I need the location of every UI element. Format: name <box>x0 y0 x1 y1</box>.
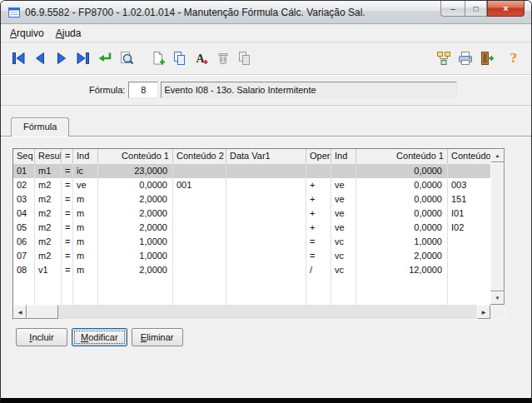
cell: 02 <box>13 178 35 192</box>
table-row[interactable]: 03m2=m2,0000+ve0,0000151 <box>13 192 490 206</box>
cell: 0,0000 <box>356 192 448 206</box>
exit-button[interactable] <box>476 47 498 69</box>
cell: 1,0000 <box>98 235 173 249</box>
paste-button[interactable] <box>234 47 256 69</box>
cell: = <box>62 221 73 235</box>
titlebar[interactable]: 06.9.5582 - FP8700 - 1.02.01.014 - Manut… <box>1 1 531 24</box>
table-row[interactable]: 08v1=m2,0000/vc12,0000 <box>13 263 490 277</box>
menu-arquivo[interactable]: Arquivo <box>4 26 50 41</box>
table-row[interactable]: 02m2=ve0,0000001+ve0,0000003 <box>13 178 490 192</box>
cell: = <box>306 249 331 263</box>
vscroll-down-button[interactable]: ▼ <box>490 291 505 305</box>
copy-record-button[interactable] <box>169 47 191 69</box>
app-icon <box>7 6 21 19</box>
modificar-button[interactable]: Modificar <box>72 328 127 346</box>
cell: m <box>73 192 98 206</box>
eliminar-button[interactable]: Eliminar <box>132 328 183 346</box>
table-row[interactable]: 06m2=m1,0000=vc1,0000 <box>13 235 490 249</box>
cell <box>331 164 356 178</box>
tab-formula[interactable]: Fórmula <box>11 117 69 137</box>
minimize-button[interactable]: – <box>440 1 465 17</box>
cell <box>173 206 226 221</box>
previous-record-button[interactable] <box>29 47 51 69</box>
grid-viewport: SeqResul=IndConteúdo 1Conteúdo 2Data Var… <box>13 149 490 305</box>
table-row[interactable]: 04m2=m2,0000+ve0,0000I01 <box>13 206 490 221</box>
column-header: = <box>62 149 73 164</box>
first-record-button[interactable] <box>7 47 29 69</box>
hscroll-right-button[interactable]: ▶ <box>477 305 490 319</box>
cell: 08 <box>13 263 35 277</box>
cell: v1 <box>35 263 62 277</box>
cell <box>448 277 490 291</box>
incluir-button[interactable]: Incluir <box>16 328 67 346</box>
add-record-button[interactable] <box>147 47 169 69</box>
font-icon: A <box>193 50 210 67</box>
cell <box>173 291 226 305</box>
cell <box>306 164 331 178</box>
search-button[interactable] <box>116 47 137 69</box>
print-icon <box>457 50 474 67</box>
maximize-button[interactable]: □ <box>465 1 487 17</box>
next-record-button[interactable] <box>51 47 72 69</box>
cell: ve <box>331 192 356 206</box>
vscroll-thumb[interactable] <box>490 162 505 291</box>
cell <box>356 277 448 291</box>
cell: 0,0000 <box>356 164 448 178</box>
cell: ve <box>73 178 98 192</box>
cell: 2,0000 <box>98 192 173 206</box>
action-button-row: Incluir Modificar Eliminar <box>16 328 531 346</box>
print-button[interactable] <box>455 47 476 69</box>
cell <box>98 291 173 305</box>
hscroll-left-button[interactable]: ◀ <box>13 305 27 319</box>
delete-record-icon <box>215 50 231 67</box>
cell: 06 <box>13 235 35 249</box>
formula-number-field[interactable] <box>128 82 158 98</box>
table-row[interactable]: 05m2=m2,0000+ve0,0000I02 <box>13 221 490 235</box>
cell <box>173 263 226 277</box>
menu-ajuda[interactable]: Ajuda <box>50 26 87 41</box>
cell <box>173 249 226 263</box>
maximize-icon: □ <box>473 4 478 13</box>
cell: m2 <box>35 192 62 206</box>
cell: 151 <box>448 192 490 206</box>
cell <box>35 291 62 305</box>
last-record-button[interactable] <box>72 47 94 69</box>
cell <box>226 235 306 249</box>
cell: = <box>62 164 73 178</box>
confirm-icon <box>97 50 113 67</box>
column-header: Conteúdo 1 <box>98 149 173 164</box>
hscroll-track[interactable] <box>58 305 477 319</box>
cell: 03 <box>13 192 35 206</box>
cell <box>226 221 306 235</box>
horizontal-scrollbar[interactable]: ◀ ▶ <box>13 305 490 319</box>
cell: 05 <box>13 221 35 235</box>
cell: m2 <box>35 221 62 235</box>
formula-description-field[interactable] <box>161 82 457 98</box>
cell: m <box>73 263 98 277</box>
cell: vc <box>331 263 356 277</box>
window-controls: – □ × <box>440 1 525 17</box>
column-header: Oper <box>306 149 331 164</box>
cell: = <box>62 206 73 221</box>
confirm-button[interactable] <box>94 47 116 69</box>
cell: + <box>306 178 331 192</box>
hscroll-thumb[interactable] <box>27 305 58 319</box>
vertical-scrollbar[interactable]: ▲ ▼ <box>490 149 505 305</box>
close-button[interactable]: × <box>487 1 525 17</box>
related-queries-icon <box>435 50 452 67</box>
related-queries-button[interactable] <box>433 47 455 69</box>
delete-record-button[interactable] <box>212 47 234 69</box>
grid-body: 01m1=ic23,00000,000002m2=ve0,0000001+ve0… <box>13 164 490 305</box>
vscroll-up-button[interactable]: ▲ <box>490 149 505 162</box>
cell: 001 <box>173 178 226 192</box>
cell <box>13 277 35 291</box>
table-row[interactable]: 07m2=m1,0000=vc2,0000 <box>13 249 490 263</box>
table-row[interactable]: 01m1=ic23,00000,0000 <box>13 164 490 178</box>
cell <box>173 277 226 291</box>
help-button[interactable]: ? <box>503 47 525 69</box>
cell <box>448 291 490 305</box>
cell: = <box>62 178 73 192</box>
cell: 2,0000 <box>98 221 173 235</box>
cell: 0,0000 <box>356 178 448 192</box>
font-button[interactable]: A <box>191 47 212 69</box>
